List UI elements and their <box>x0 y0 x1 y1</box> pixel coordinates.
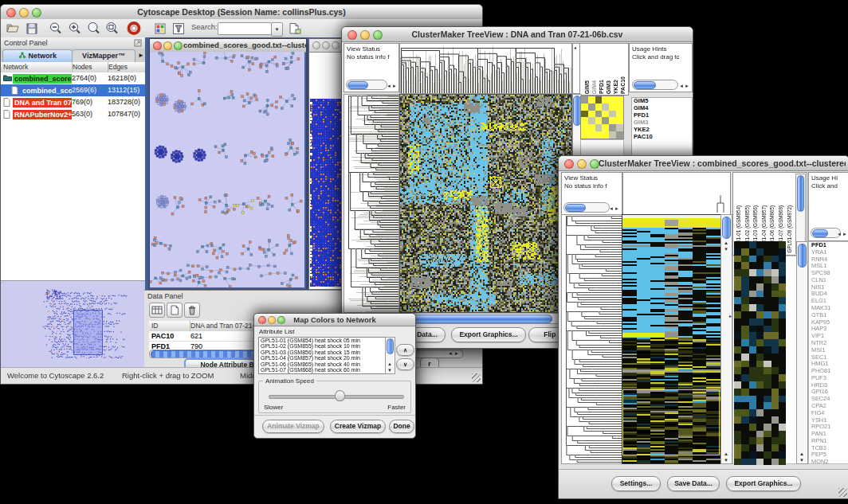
scroll-left-icon[interactable]: ◄ <box>609 206 614 211</box>
matrix-cell[interactable] <box>581 104 588 111</box>
col-header-network[interactable]: Network <box>1 62 73 72</box>
array-label[interactable]: GIM3 <box>605 80 612 94</box>
tv1-export-graphics-button[interactable]: Export Graphics... <box>451 327 526 342</box>
minimize-button[interactable] <box>163 41 172 50</box>
scroll-down-icon[interactable]: ▼ <box>724 458 728 463</box>
tv2-settings-button[interactable]: Settings... <box>611 476 661 491</box>
scroll-right-icon[interactable]: ► <box>685 84 689 88</box>
search-input[interactable] <box>218 22 272 35</box>
scroll-up-icon[interactable]: ▲ <box>724 240 728 245</box>
tv1-status-scrollbar[interactable] <box>346 80 387 90</box>
matrix-cell[interactable] <box>602 124 609 131</box>
matrix-cell[interactable] <box>595 131 603 139</box>
minimize-icon[interactable] <box>322 41 330 49</box>
tv1-hscrollbar[interactable] <box>399 313 581 324</box>
scroll-left-icon[interactable]: ◄ <box>387 84 391 88</box>
tv1-zoom-matrix[interactable] <box>580 96 624 139</box>
matrix-cell[interactable] <box>616 131 623 139</box>
matrix-cell[interactable] <box>616 104 623 111</box>
tv1-row-dendrogram-canvas[interactable] <box>344 94 399 313</box>
scroll-down-icon[interactable]: ▼ <box>799 458 804 463</box>
tv2-gene-labels[interactable]: PFD1YRA1RNR4MSL1SPC98CLN1NIS1BUD4ELG1MAK… <box>808 241 848 464</box>
save-icon[interactable] <box>24 21 40 36</box>
done-button[interactable]: Done <box>389 420 414 433</box>
scroll-left-icon[interactable]: ◄ <box>448 351 453 356</box>
network-tree-list[interactable]: combined_scores2764(0)16218(0)combined_s… <box>1 72 145 281</box>
close-button[interactable] <box>564 159 574 169</box>
network-tree-row[interactable]: RNAPuberNov2+563(0)107847(0) <box>1 108 145 120</box>
scroll-thumb[interactable] <box>565 204 586 212</box>
scroll-thumb[interactable] <box>401 315 552 323</box>
matrix-cell[interactable] <box>595 117 603 124</box>
gene-label[interactable]: PAC10 <box>634 134 692 141</box>
attribute-list-item[interactable]: GPL51-04 (GSM857) heat shock 20 min <box>259 355 385 361</box>
matrix-cell[interactable] <box>616 96 623 104</box>
matrix-cell[interactable] <box>609 111 616 118</box>
scroll-right-icon[interactable]: ► <box>614 206 619 211</box>
matrix-cell[interactable] <box>581 96 588 104</box>
tv1-array-labels[interactable]: GIM5GIM4PFD1GIM3YKE2PAC10 <box>579 43 629 96</box>
matrix-cell[interactable] <box>581 117 588 124</box>
matrix-cell[interactable] <box>602 104 609 111</box>
tv1-global-heatmap-canvas[interactable] <box>399 94 572 313</box>
close-icon[interactable] <box>312 41 320 49</box>
matrix-cell[interactable] <box>602 96 609 104</box>
tab-overflow-icon[interactable]: ► <box>138 52 144 59</box>
col-header-id[interactable]: ID <box>149 321 190 331</box>
matrix-cell[interactable] <box>616 124 623 131</box>
main-titlebar[interactable]: Cytoscape Desktop (Session Name: collins… <box>1 5 482 20</box>
network-tree-row[interactable]: combined_scores2764(0)16218(0) <box>1 72 145 84</box>
matrix-cell[interactable] <box>588 96 595 104</box>
tv2-global-heatmap-canvas[interactable] <box>622 214 721 464</box>
matrix-cell[interactable] <box>581 124 588 131</box>
zoom-icon[interactable] <box>332 41 340 49</box>
matrix-cell[interactable] <box>602 111 609 118</box>
scroll-thumb[interactable] <box>347 81 368 89</box>
vizmapper-palette-icon[interactable] <box>152 21 168 36</box>
zoom-fit-icon[interactable] <box>86 21 102 36</box>
matrix-cell[interactable] <box>595 96 603 104</box>
matrix-cell[interactable] <box>588 104 595 111</box>
birdseye-canvas[interactable] <box>3 284 142 364</box>
matrix-cell[interactable] <box>609 124 616 131</box>
scroll-left-icon[interactable]: ◄ <box>837 232 842 236</box>
matrix-cell[interactable] <box>602 131 609 139</box>
array-label[interactable]: GPL51-08 (GSM872) <box>786 205 793 253</box>
scroll-right-icon[interactable]: ► <box>454 351 459 356</box>
scroll-thumb[interactable] <box>634 81 656 89</box>
filter-funnel-icon[interactable] <box>171 21 186 36</box>
delete-attribute-trash-icon[interactable] <box>184 303 200 318</box>
dialog-titlebar[interactable]: Map Colors to Network <box>254 314 415 326</box>
network-window2-titlebar[interactable] <box>309 39 344 53</box>
scroll-thumb[interactable] <box>798 244 807 268</box>
tv1-hints-scrollbar[interactable] <box>632 80 678 90</box>
attribute-list-item[interactable]: GPL51-07 (GSM868) heat shock 60 min <box>259 367 385 373</box>
attribute-table-icon[interactable] <box>149 303 165 318</box>
matrix-cell[interactable] <box>609 96 616 104</box>
scroll-thumb[interactable] <box>387 338 394 354</box>
matrix-cell[interactable] <box>588 124 595 131</box>
create-vizmap-button[interactable]: Create Vizmap <box>330 420 386 433</box>
array-label[interactable]: YKE2 <box>612 80 619 94</box>
search-dropdown-button[interactable]: ▼ <box>271 22 283 37</box>
tv2-zoom-heatmap-canvas[interactable] <box>734 241 786 465</box>
scroll-down-icon[interactable]: ▼ <box>724 247 728 252</box>
matrix-cell[interactable] <box>595 124 603 131</box>
tv1-column-dendrogram-canvas[interactable] <box>399 43 572 94</box>
move-up-button[interactable]: ∧ <box>396 344 414 356</box>
tv2-row-dendrogram-canvas[interactable] <box>561 214 623 464</box>
matrix-cell[interactable] <box>609 104 616 111</box>
tab-network[interactable]: Network <box>2 49 73 62</box>
resize-grip[interactable] <box>838 488 847 497</box>
scroll-down-icon[interactable]: ▼ <box>387 368 392 373</box>
matrix-cell[interactable] <box>588 117 595 124</box>
col-header-nodes[interactable]: Nodes <box>70 62 108 72</box>
zoom-button[interactable] <box>174 41 183 50</box>
tv2-status-scrollbar[interactable] <box>563 202 610 213</box>
network-canvas[interactable] <box>150 52 304 287</box>
matrix-cell[interactable] <box>609 131 616 139</box>
new-attribute-icon[interactable] <box>167 303 183 318</box>
open-file-icon[interactable] <box>5 21 21 36</box>
matrix-cell[interactable] <box>581 131 588 139</box>
tv2-save-data-button[interactable]: Save Data... <box>667 476 720 491</box>
